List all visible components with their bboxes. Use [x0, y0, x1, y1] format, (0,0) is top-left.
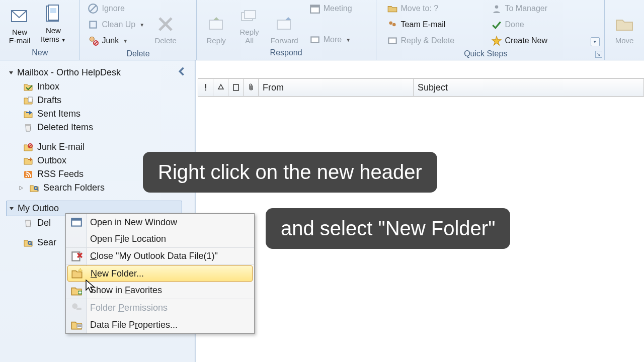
ribbon-group-quicksteps-label: Quick Steps [376, 48, 595, 61]
col-from[interactable]: From [259, 79, 414, 96]
mailbox-header[interactable]: Mailbox - Ortho HelpDesk [6, 65, 195, 80]
junk-icon [88, 35, 99, 46]
svg-rect-42 [71, 218, 82, 220]
datafile-header-label: My Outloo [18, 203, 59, 214]
qs-moveto[interactable]: Move to: ? [382, 1, 484, 16]
svg-rect-26 [25, 124, 31, 126]
mouse-cursor [86, 280, 97, 294]
search-folder-icon [29, 184, 39, 193]
ribbon-group-quicksteps: Move to: ? To Manager Team E-mail Done R… [376, 0, 605, 60]
junk-folder-icon [23, 143, 33, 152]
mailbox-header-label: Mailbox - Ortho HelpDesk [17, 67, 121, 78]
svg-rect-17 [310, 5, 319, 7]
col-icon[interactable] [228, 79, 244, 96]
search-folder-icon [23, 238, 33, 247]
col-importance[interactable] [198, 79, 213, 96]
qs-dialog-launcher[interactable]: ↘ [595, 51, 602, 58]
ctx-datafile-properties[interactable]: Data File Properties... [66, 316, 254, 333]
outbox-icon [23, 156, 33, 165]
context-menu: Open in New Window Open File Location Cl… [65, 213, 255, 334]
folder-deleted[interactable]: Deleted Items [6, 121, 195, 134]
new-folder-icon [70, 267, 84, 280]
qs-done[interactable]: Done [487, 17, 588, 32]
meeting-icon [309, 3, 320, 14]
ribbon-group-respond: Reply Reply All Forward Meeting More▼ [197, 0, 376, 60]
delete-button[interactable]: Delete [149, 0, 182, 46]
createnew-icon [491, 35, 502, 46]
ribbon-group-new: New E-mail New Items ▼ New [0, 0, 80, 60]
col-subject[interactable]: Subject [414, 79, 644, 96]
svg-line-9 [95, 41, 98, 45]
svg-rect-14 [245, 11, 256, 19]
folder-drafts[interactable]: Drafts [6, 94, 195, 107]
qs-team[interactable]: Team E-mail [382, 17, 484, 32]
forward-icon [274, 14, 294, 34]
expander-right-icon [18, 185, 24, 191]
reply-button[interactable]: Reply [200, 0, 233, 46]
reply-all-icon [239, 6, 260, 26]
svg-rect-40 [233, 84, 238, 90]
qs-createnew[interactable]: Create New [487, 33, 588, 48]
cleanup-icon [88, 19, 99, 30]
ribbon-group-move: Move [605, 0, 644, 60]
col-attachment[interactable] [244, 79, 259, 96]
forward-button[interactable]: Forward [266, 0, 303, 46]
svg-rect-18 [311, 37, 318, 43]
permissions-icon [70, 301, 83, 314]
qs-expand-button[interactable]: ▾ [591, 37, 600, 46]
new-email-icon [10, 6, 30, 26]
folder-sent[interactable]: Sent Items [6, 107, 195, 121]
tutorial-callout-2: and select "New Folder" [266, 208, 510, 249]
ignore-button[interactable]: Ignore [83, 1, 149, 16]
svg-rect-39 [205, 89, 206, 90]
svg-line-5 [90, 5, 97, 12]
svg-rect-38 [205, 84, 206, 88]
svg-point-7 [90, 37, 95, 41]
new-email-label: New E-mail [9, 28, 31, 45]
collapse-nav-button[interactable] [176, 65, 188, 77]
delete-icon [155, 14, 176, 34]
ctx-open-new-window[interactable]: Open in New Window [66, 214, 254, 231]
ribbon-group-new-label: New [0, 47, 79, 60]
svg-rect-3 [50, 8, 56, 13]
ctx-open-file-location[interactable]: Open File Location [66, 231, 254, 248]
qs-replydelete[interactable]: Reply & Delete [382, 33, 484, 48]
team-icon [387, 19, 398, 30]
svg-marker-31 [20, 186, 23, 190]
new-items-button[interactable]: New Items ▼ [36, 0, 70, 46]
svg-marker-34 [10, 207, 14, 210]
ribbon: New E-mail New Items ▼ New Ignore Clean … [0, 0, 644, 60]
reply-all-button[interactable]: Reply All [233, 0, 266, 46]
new-items-label: New Items ▼ [41, 26, 66, 45]
ribbon-group-delete-label: Delete [80, 48, 196, 61]
svg-rect-15 [277, 20, 290, 29]
more-respond-button[interactable]: More▼ [305, 32, 357, 47]
cleanup-button[interactable]: Clean Up▼ [83, 17, 149, 32]
trash-icon [23, 123, 33, 132]
svg-point-20 [389, 21, 392, 25]
svg-rect-25 [28, 97, 32, 102]
ignore-icon [88, 3, 99, 14]
replydelete-icon [387, 35, 398, 46]
folder-move-icon [387, 3, 398, 14]
move-button[interactable]: Move [608, 0, 641, 46]
ribbon-group-respond-label: Respond [197, 47, 376, 60]
svg-rect-12 [209, 20, 222, 29]
col-reminder[interactable] [213, 79, 228, 96]
junk-button[interactable]: Junk▼ [83, 33, 149, 48]
properties-icon [70, 318, 83, 331]
new-items-icon [43, 4, 63, 24]
svg-rect-6 [90, 21, 97, 28]
expander-icon [9, 206, 15, 212]
ctx-folder-permissions[interactable]: Folder Permissions [66, 299, 254, 316]
qs-manager[interactable]: To Manager [487, 1, 588, 16]
trash-icon [23, 219, 33, 228]
meeting-button[interactable]: Meeting [305, 1, 357, 16]
new-email-button[interactable]: New E-mail [3, 0, 36, 46]
svg-marker-24 [9, 71, 13, 74]
folder-inbox[interactable]: Inbox [6, 80, 195, 94]
svg-rect-22 [388, 38, 396, 44]
message-list-header: From Subject [198, 78, 644, 97]
ctx-close-datafile[interactable]: Close "My Outlook Data File(1)" [66, 248, 254, 265]
svg-rect-51 [76, 308, 82, 310]
